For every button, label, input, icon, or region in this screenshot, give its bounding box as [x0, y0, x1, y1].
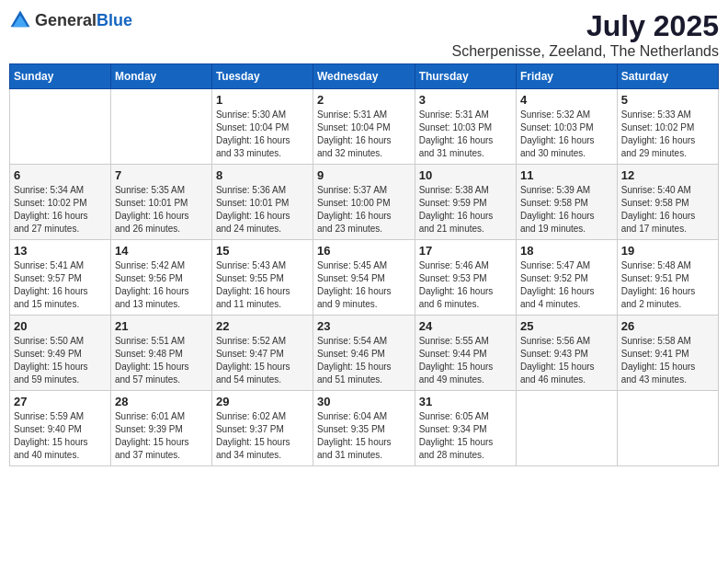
- calendar-cell: 16Sunrise: 5:45 AMSunset: 9:54 PMDayligh…: [313, 240, 415, 316]
- calendar-week-5: 27Sunrise: 5:59 AMSunset: 9:40 PMDayligh…: [10, 391, 719, 466]
- header-wednesday: Wednesday: [313, 64, 415, 89]
- day-info: Sunrise: 5:37 AMSunset: 10:00 PMDaylight…: [317, 184, 411, 236]
- day-number: 11: [520, 168, 613, 182]
- calendar-cell: 3Sunrise: 5:31 AMSunset: 10:03 PMDayligh…: [415, 89, 516, 165]
- day-number: 27: [14, 395, 107, 408]
- calendar-cell: 24Sunrise: 5:55 AMSunset: 9:44 PMDayligh…: [415, 316, 516, 391]
- calendar-cell: 4Sunrise: 5:32 AMSunset: 10:03 PMDayligh…: [516, 89, 617, 165]
- day-info: Sunrise: 5:39 AMSunset: 9:58 PMDaylight:…: [520, 184, 613, 236]
- calendar-cell: 1Sunrise: 5:30 AMSunset: 10:04 PMDayligh…: [211, 89, 313, 165]
- header-saturday: Saturday: [617, 64, 718, 89]
- day-info: Sunrise: 5:33 AMSunset: 10:02 PMDaylight…: [621, 109, 714, 160]
- calendar-cell: [516, 391, 617, 466]
- header-friday: Friday: [516, 64, 617, 89]
- calendar-cell: 22Sunrise: 5:52 AMSunset: 9:47 PMDayligh…: [211, 316, 313, 391]
- day-info: Sunrise: 5:31 AMSunset: 10:04 PMDaylight…: [317, 109, 411, 160]
- day-number: 18: [520, 244, 613, 258]
- day-number: 4: [520, 93, 613, 107]
- calendar-cell: 17Sunrise: 5:46 AMSunset: 9:53 PMDayligh…: [415, 240, 516, 316]
- calendar-cell: 21Sunrise: 5:51 AMSunset: 9:48 PMDayligh…: [110, 316, 211, 391]
- day-info: Sunrise: 5:56 AMSunset: 9:43 PMDaylight:…: [520, 335, 613, 386]
- day-info: Sunrise: 6:04 AMSunset: 9:35 PMDaylight:…: [317, 410, 411, 462]
- day-number: 17: [419, 244, 512, 258]
- day-info: Sunrise: 5:46 AMSunset: 9:53 PMDaylight:…: [419, 259, 512, 311]
- calendar-cell: 11Sunrise: 5:39 AMSunset: 9:58 PMDayligh…: [516, 165, 617, 240]
- day-number: 6: [14, 168, 107, 182]
- day-info: Sunrise: 5:54 AMSunset: 9:46 PMDaylight:…: [317, 335, 411, 386]
- day-number: 19: [621, 244, 714, 258]
- day-number: 10: [419, 168, 512, 182]
- calendar-cell: [110, 89, 211, 165]
- day-info: Sunrise: 6:02 AMSunset: 9:37 PMDaylight:…: [216, 410, 309, 462]
- month-title: July 2025: [451, 9, 719, 43]
- day-info: Sunrise: 6:01 AMSunset: 9:39 PMDaylight:…: [115, 410, 208, 462]
- calendar-header-row: SundayMondayTuesdayWednesdayThursdayFrid…: [10, 64, 719, 89]
- day-info: Sunrise: 5:42 AMSunset: 9:56 PMDaylight:…: [115, 259, 208, 311]
- calendar-table: SundayMondayTuesdayWednesdayThursdayFrid…: [9, 63, 719, 466]
- calendar-cell: 25Sunrise: 5:56 AMSunset: 9:43 PMDayligh…: [516, 316, 617, 391]
- day-info: Sunrise: 5:32 AMSunset: 10:03 PMDaylight…: [520, 109, 613, 160]
- calendar-cell: 9Sunrise: 5:37 AMSunset: 10:00 PMDayligh…: [313, 165, 415, 240]
- calendar-week-4: 20Sunrise: 5:50 AMSunset: 9:49 PMDayligh…: [10, 316, 719, 391]
- header-sunday: Sunday: [10, 64, 111, 89]
- day-number: 5: [621, 93, 714, 107]
- day-number: 1: [216, 93, 309, 107]
- calendar-cell: 19Sunrise: 5:48 AMSunset: 9:51 PMDayligh…: [617, 240, 718, 316]
- day-number: 13: [14, 244, 107, 258]
- day-info: Sunrise: 5:50 AMSunset: 9:49 PMDaylight:…: [14, 335, 107, 386]
- day-info: Sunrise: 5:36 AMSunset: 10:01 PMDaylight…: [216, 184, 309, 236]
- day-number: 14: [115, 244, 208, 258]
- calendar-cell: 18Sunrise: 5:47 AMSunset: 9:52 PMDayligh…: [516, 240, 617, 316]
- day-info: Sunrise: 5:35 AMSunset: 10:01 PMDaylight…: [115, 184, 208, 236]
- day-number: 2: [317, 93, 411, 107]
- day-number: 25: [520, 319, 613, 333]
- day-number: 12: [621, 168, 714, 182]
- calendar-cell: 20Sunrise: 5:50 AMSunset: 9:49 PMDayligh…: [10, 316, 111, 391]
- day-number: 15: [216, 244, 309, 258]
- header-tuesday: Tuesday: [211, 64, 313, 89]
- calendar-cell: 28Sunrise: 6:01 AMSunset: 9:39 PMDayligh…: [110, 391, 211, 466]
- day-number: 22: [216, 319, 309, 333]
- day-number: 26: [621, 319, 714, 333]
- day-number: 21: [115, 319, 208, 333]
- logo-blue: Blue: [97, 11, 132, 29]
- day-info: Sunrise: 5:41 AMSunset: 9:57 PMDaylight:…: [14, 259, 107, 311]
- calendar-cell: 8Sunrise: 5:36 AMSunset: 10:01 PMDayligh…: [211, 165, 313, 240]
- day-number: 20: [14, 319, 107, 333]
- calendar-cell: 31Sunrise: 6:05 AMSunset: 9:34 PMDayligh…: [415, 391, 516, 466]
- calendar-cell: 30Sunrise: 6:04 AMSunset: 9:35 PMDayligh…: [313, 391, 415, 466]
- calendar-cell: [10, 89, 111, 165]
- calendar-week-3: 13Sunrise: 5:41 AMSunset: 9:57 PMDayligh…: [10, 240, 719, 316]
- calendar-cell: 2Sunrise: 5:31 AMSunset: 10:04 PMDayligh…: [313, 89, 415, 165]
- day-info: Sunrise: 5:30 AMSunset: 10:04 PMDaylight…: [216, 109, 309, 160]
- calendar-cell: 26Sunrise: 5:58 AMSunset: 9:41 PMDayligh…: [617, 316, 718, 391]
- day-info: Sunrise: 5:31 AMSunset: 10:03 PMDaylight…: [419, 109, 512, 160]
- calendar-cell: 15Sunrise: 5:43 AMSunset: 9:55 PMDayligh…: [211, 240, 313, 316]
- day-number: 31: [419, 395, 512, 408]
- day-number: 16: [317, 244, 411, 258]
- day-number: 24: [419, 319, 512, 333]
- day-info: Sunrise: 5:48 AMSunset: 9:51 PMDaylight:…: [621, 259, 714, 311]
- day-info: Sunrise: 5:59 AMSunset: 9:40 PMDaylight:…: [14, 410, 107, 462]
- calendar-cell: 27Sunrise: 5:59 AMSunset: 9:40 PMDayligh…: [10, 391, 111, 466]
- day-info: Sunrise: 5:45 AMSunset: 9:54 PMDaylight:…: [317, 259, 411, 311]
- day-info: Sunrise: 6:05 AMSunset: 9:34 PMDaylight:…: [419, 410, 512, 462]
- calendar-cell: 23Sunrise: 5:54 AMSunset: 9:46 PMDayligh…: [313, 316, 415, 391]
- day-number: 30: [317, 395, 411, 408]
- day-number: 28: [115, 395, 208, 408]
- logo-general: General: [35, 11, 97, 29]
- header-monday: Monday: [110, 64, 211, 89]
- location-title: Scherpenisse, Zeeland, The Netherlands: [451, 43, 719, 60]
- calendar-week-2: 6Sunrise: 5:34 AMSunset: 10:02 PMDayligh…: [10, 165, 719, 240]
- day-info: Sunrise: 5:51 AMSunset: 9:48 PMDaylight:…: [115, 335, 208, 386]
- calendar-cell: 6Sunrise: 5:34 AMSunset: 10:02 PMDayligh…: [10, 165, 111, 240]
- calendar-cell: 14Sunrise: 5:42 AMSunset: 9:56 PMDayligh…: [110, 240, 211, 316]
- day-info: Sunrise: 5:40 AMSunset: 9:58 PMDaylight:…: [621, 184, 714, 236]
- calendar-cell: 13Sunrise: 5:41 AMSunset: 9:57 PMDayligh…: [10, 240, 111, 316]
- day-info: Sunrise: 5:47 AMSunset: 9:52 PMDaylight:…: [520, 259, 613, 311]
- calendar-cell: 5Sunrise: 5:33 AMSunset: 10:02 PMDayligh…: [617, 89, 718, 165]
- calendar-cell: 29Sunrise: 6:02 AMSunset: 9:37 PMDayligh…: [211, 391, 313, 466]
- logo-icon: [9, 9, 31, 31]
- day-number: 23: [317, 319, 411, 333]
- day-info: Sunrise: 5:34 AMSunset: 10:02 PMDaylight…: [14, 184, 107, 236]
